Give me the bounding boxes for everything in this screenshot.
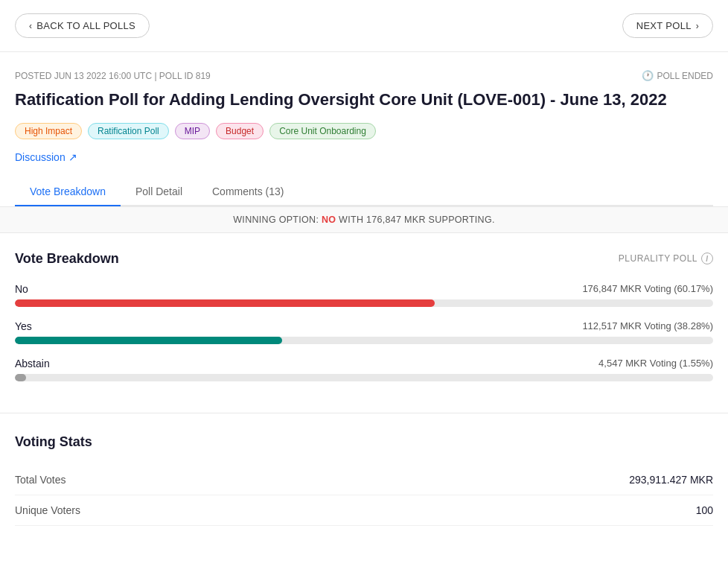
- poll-status: 🕐 POLL ENDED: [642, 70, 713, 81]
- clock-icon: 🕐: [642, 70, 654, 81]
- status-badge: POLL ENDED: [657, 71, 713, 81]
- tab-vote-breakdown[interactable]: Vote Breakdown: [15, 178, 121, 206]
- post-meta: POSTED JUN 13 2022 16:00 UTC | POLL ID 8…: [15, 70, 713, 81]
- tag-ratification-poll[interactable]: Ratification Poll: [88, 123, 169, 139]
- back-button-label: BACK TO ALL POLLS: [36, 20, 135, 31]
- progress-bar-bg-no: [15, 299, 713, 307]
- winning-banner-prefix: WINNING OPTION:: [233, 215, 319, 225]
- vote-breakdown-section: Vote Breakdown PLURALITY POLL i No 176,8…: [0, 233, 728, 413]
- stat-value-total-votes: 293,911.427 MKR: [629, 474, 713, 486]
- stat-value-unique-voters: 100: [696, 504, 713, 516]
- vote-value-no: 176,847 MKR Voting (60.17%): [582, 283, 713, 294]
- external-link-icon: ↗: [68, 151, 77, 163]
- back-to-all-polls-button[interactable]: ‹ BACK TO ALL POLLS: [15, 13, 150, 38]
- top-navigation: ‹ BACK TO ALL POLLS NEXT POLL ›: [0, 0, 728, 52]
- tag-budget[interactable]: Budget: [216, 123, 264, 139]
- post-date: POSTED JUN 13 2022 16:00 UTC | POLL ID 8…: [15, 71, 211, 81]
- vote-label-no: No: [15, 283, 28, 295]
- tab-comments[interactable]: Comments (13): [197, 178, 298, 206]
- next-button-label: NEXT POLL: [636, 20, 692, 31]
- tag-mip[interactable]: MIP: [175, 123, 210, 139]
- stat-label-unique-voters: Unique Voters: [15, 504, 80, 516]
- chevron-right-icon: ›: [696, 21, 699, 31]
- stat-label-total-votes: Total Votes: [15, 474, 66, 486]
- vote-value-abstain: 4,547 MKR Voting (1.55%): [598, 358, 713, 369]
- vote-breakdown-title: Vote Breakdown: [15, 251, 119, 267]
- progress-bar-bg-abstain: [15, 374, 713, 381]
- progress-bar-fill-no: [15, 299, 435, 307]
- next-poll-button[interactable]: NEXT POLL ›: [622, 13, 713, 38]
- progress-bar-fill-abstain: [15, 374, 26, 381]
- tags-container: High Impact Ratification Poll MIP Budget…: [15, 123, 713, 139]
- stat-row-total-votes: Total Votes 293,911.427 MKR: [15, 465, 713, 495]
- winning-option: NO: [322, 215, 336, 225]
- tag-core-unit-onboarding[interactable]: Core Unit Onboarding: [269, 123, 376, 139]
- poll-type-label: PLURALITY POLL: [619, 253, 697, 264]
- chevron-left-icon: ‹: [29, 21, 32, 31]
- vote-option-abstain: Abstain 4,547 MKR Voting (1.55%): [15, 358, 713, 381]
- main-content: POSTED JUN 13 2022 16:00 UTC | POLL ID 8…: [0, 52, 728, 206]
- tag-high-impact[interactable]: High Impact: [15, 123, 82, 139]
- voting-stats-section: Voting Stats Total Votes 293,911.427 MKR…: [0, 413, 728, 547]
- vote-value-yes: 112,517 MKR Voting (38.28%): [582, 320, 713, 331]
- info-icon[interactable]: i: [701, 253, 713, 264]
- poll-title: Ratification Poll for Adding Lending Ove…: [15, 89, 713, 111]
- stat-row-unique-voters: Unique Voters 100: [15, 495, 713, 526]
- winning-banner-suffix: WITH 176,847 MKR SUPPORTING.: [339, 215, 495, 225]
- vote-label-abstain: Abstain: [15, 358, 50, 369]
- plurality-badge: PLURALITY POLL i: [619, 253, 713, 264]
- winning-banner: WINNING OPTION: NO WITH 176,847 MKR SUPP…: [0, 206, 728, 233]
- vote-option-yes: Yes 112,517 MKR Voting (38.28%): [15, 320, 713, 344]
- progress-bar-fill-yes: [15, 337, 282, 344]
- discussion-link-text: Discussion: [15, 151, 66, 163]
- vote-option-no: No 176,847 MKR Voting (60.17%): [15, 283, 713, 307]
- progress-bar-bg-yes: [15, 337, 713, 344]
- tabs-container: Vote Breakdown Poll Detail Comments (13): [15, 178, 713, 206]
- tab-poll-detail[interactable]: Poll Detail: [121, 178, 197, 206]
- discussion-link[interactable]: Discussion ↗: [15, 151, 77, 163]
- voting-stats-title: Voting Stats: [15, 434, 713, 450]
- vote-label-yes: Yes: [15, 320, 32, 332]
- vote-breakdown-header: Vote Breakdown PLURALITY POLL i: [15, 251, 713, 267]
